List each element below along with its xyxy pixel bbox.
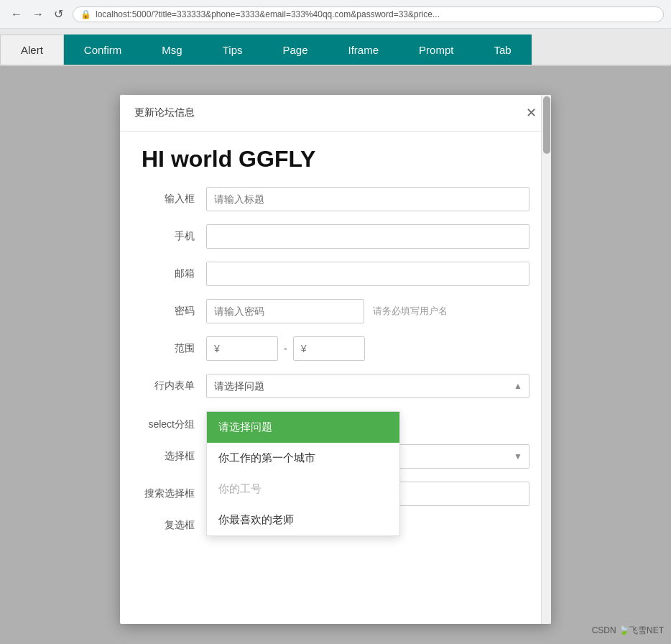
- tab-page[interactable]: Page: [262, 34, 328, 65]
- email-label: 邮箱: [142, 267, 206, 280]
- nav-tabs: Alert Confirm Msg Tips Page Iframe Promp…: [0, 29, 671, 66]
- phone-label: 手机: [142, 230, 206, 243]
- select-group-label: select分组: [142, 411, 206, 431]
- input-row: 输入框: [142, 187, 529, 211]
- tab-msg[interactable]: Msg: [142, 34, 202, 65]
- tab-alert[interactable]: Alert: [0, 34, 64, 65]
- tab-confirm[interactable]: Confirm: [64, 34, 142, 65]
- checkbox-label: 复选框: [142, 519, 206, 532]
- phone-input[interactable]: [206, 224, 529, 249]
- dropdown-menu: 请选择问题 你工作的第一个城市 你的工号 你最喜欢的老师: [206, 411, 400, 536]
- title-input[interactable]: [206, 187, 529, 211]
- input-label: 输入框: [142, 193, 206, 206]
- phone-row: 手机: [142, 224, 529, 249]
- inline-select-row: 行内表单 请选择问题 ▲: [142, 374, 529, 398]
- modal-scrollbar[interactable]: [541, 95, 551, 624]
- email-input[interactable]: [206, 262, 529, 286]
- modal-header: 更新论坛信息 ✕: [120, 95, 551, 132]
- modal-body: HI world GGFLY 输入框 手机 邮箱 密码 请务必填写用户名: [120, 132, 551, 559]
- range-separator: -: [284, 343, 287, 354]
- tab-iframe[interactable]: Iframe: [328, 34, 399, 65]
- browser-bar: ← → ↺ 🔒 localhost:5000/?title=333333&pho…: [0, 0, 671, 29]
- forward-button[interactable]: →: [29, 6, 47, 22]
- back-button[interactable]: ←: [7, 6, 26, 22]
- select-box-label: 选择框: [142, 450, 206, 463]
- email-row: 邮箱: [142, 262, 529, 286]
- dropdown-option-city[interactable]: 你工作的第一个城市: [207, 443, 399, 474]
- search-select-label: 搜索选择框: [142, 487, 206, 500]
- address-bar[interactable]: 🔒 localhost:5000/?title=333333&phone=333…: [73, 6, 664, 22]
- scroll-thumb[interactable]: [543, 96, 550, 154]
- lock-icon: 🔒: [80, 9, 91, 19]
- dropdown-option-teacher[interactable]: 你最喜欢的老师: [207, 505, 399, 535]
- url-text: localhost:5000/?title=333333&phone=3333&…: [96, 9, 440, 19]
- range-row: 范围 -: [142, 336, 529, 361]
- browser-nav: ← → ↺: [7, 6, 67, 22]
- inline-select[interactable]: 请选择问题: [206, 374, 529, 398]
- dropdown-option-jobid[interactable]: 你的工号: [207, 474, 399, 505]
- range-max-input[interactable]: [293, 336, 365, 361]
- modal-title: HI world GGFLY: [142, 146, 529, 172]
- tab-tips[interactable]: Tips: [203, 34, 263, 65]
- modal-header-title: 更新论坛信息: [134, 106, 195, 119]
- inline-select-label: 行内表单: [142, 380, 206, 392]
- inline-select-wrapper: 请选择问题 ▲: [206, 374, 529, 398]
- tab-prompt[interactable]: Prompt: [399, 34, 473, 65]
- reload-button[interactable]: ↺: [50, 6, 67, 22]
- range-label: 范围: [142, 342, 206, 355]
- range-group: -: [206, 336, 365, 361]
- password-row: 密码 请务必填写用户名: [142, 299, 529, 323]
- password-label: 密码: [142, 305, 206, 318]
- watermark: CSDN 🍃飞雪NET: [592, 625, 664, 637]
- password-hint: 请务必填写用户名: [373, 305, 448, 318]
- modal-close-button[interactable]: ✕: [526, 105, 537, 121]
- range-min-input[interactable]: [206, 336, 278, 361]
- tab-tab[interactable]: Tab: [473, 34, 531, 65]
- page-background: 更新论坛信息 ✕ HI world GGFLY 输入框 手机 邮箱 密码: [0, 66, 671, 644]
- select-group-row: select分组 请选择问题 你工作的第一个城市 你的工号 你最喜欢的老师: [142, 411, 529, 431]
- password-input[interactable]: [206, 299, 364, 323]
- modal-dialog: 更新论坛信息 ✕ HI world GGFLY 输入框 手机 邮箱 密码: [120, 95, 551, 624]
- dropdown-option-default[interactable]: 请选择问题: [207, 412, 399, 443]
